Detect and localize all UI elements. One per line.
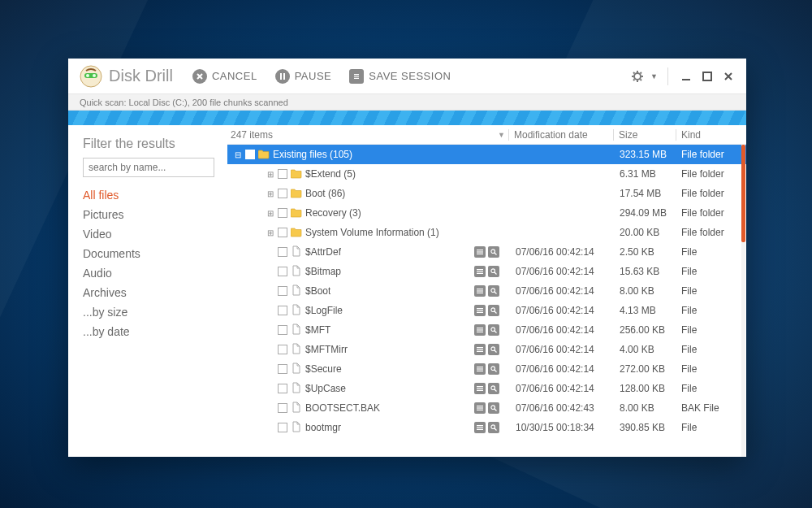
row-mod: 07/06/16 00:42:14 <box>511 305 615 316</box>
row-details-button[interactable] <box>474 266 486 277</box>
row-checkbox[interactable] <box>278 423 287 432</box>
row-checkbox[interactable] <box>245 150 255 159</box>
row-name: $UpCase <box>305 383 346 394</box>
scrollbar-thumb[interactable] <box>741 145 745 242</box>
row-mod: 07/06/16 00:42:14 <box>511 285 615 297</box>
table-row[interactable]: BOOTSECT.BAK07/06/16 00:42:438.00 KBBAK … <box>227 398 746 418</box>
minimize-button[interactable] <box>676 67 696 86</box>
table-row[interactable]: $MFTMirr07/06/16 00:42:144.00 KBFile <box>227 340 746 359</box>
row-checkbox[interactable] <box>278 286 287 296</box>
collapse-icon[interactable]: ⊟ <box>234 150 242 159</box>
row-details-button[interactable] <box>474 344 486 355</box>
table-row[interactable]: $AttrDef07/06/16 00:42:142.50 KBFile <box>227 242 746 262</box>
row-details-button[interactable] <box>474 383 486 394</box>
scrollbar[interactable] <box>741 145 745 457</box>
svg-rect-19 <box>703 72 711 80</box>
column-mod-header[interactable]: Modification date <box>509 129 613 141</box>
cancel-button[interactable]: CANCEL <box>192 69 257 84</box>
sidebar-item-video[interactable]: Video <box>83 224 214 244</box>
row-preview-button[interactable] <box>488 266 499 277</box>
row-checkbox[interactable] <box>278 267 287 276</box>
row-preview-button[interactable] <box>488 285 499 297</box>
settings-button[interactable] <box>631 69 646 84</box>
row-preview-button[interactable] <box>488 246 499 258</box>
row-preview-button[interactable] <box>488 402 499 414</box>
table-row[interactable]: ⊞Boot (86)17.54 MBFile folder <box>227 184 746 203</box>
row-checkbox[interactable] <box>278 169 287 179</box>
row-preview-button[interactable] <box>488 422 499 433</box>
table-row[interactable]: $MFT07/06/16 00:42:14256.00 KBFile <box>227 320 746 340</box>
sidebar-item-archives[interactable]: Archives <box>83 283 214 302</box>
row-name: Boot (86) <box>305 188 345 199</box>
save-session-label: SAVE SESSION <box>369 70 451 82</box>
row-name: $AttrDef <box>305 246 341 258</box>
table-row[interactable]: $LogFile07/06/16 00:42:144.13 MBFile <box>227 301 746 320</box>
expand-icon[interactable]: ⊞ <box>266 209 274 218</box>
column-size-header[interactable]: Size <box>614 129 676 141</box>
row-checkbox[interactable] <box>278 189 287 198</box>
table-row[interactable]: ⊞$Extend (5)6.31 MBFile folder <box>227 164 746 184</box>
search-input[interactable] <box>83 158 214 177</box>
row-checkbox[interactable] <box>278 403 287 413</box>
column-kind-header[interactable]: Kind <box>676 129 741 141</box>
expand-icon[interactable]: ⊞ <box>266 189 274 198</box>
row-kind: File <box>676 246 741 258</box>
table-row[interactable]: $Boot07/06/16 00:42:148.00 KBFile <box>227 281 746 301</box>
close-button[interactable] <box>719 67 738 86</box>
row-preview-button[interactable] <box>488 344 499 355</box>
row-details-button[interactable] <box>474 422 486 433</box>
row-preview-button[interactable] <box>488 324 499 336</box>
row-checkbox[interactable] <box>278 345 287 354</box>
svg-rect-4 <box>280 73 282 80</box>
row-checkbox[interactable] <box>278 208 287 218</box>
table-row[interactable]: $Bitmap07/06/16 00:42:1415.63 KBFile <box>227 262 746 281</box>
row-checkbox[interactable] <box>278 228 287 237</box>
sidebar-item-all-files[interactable]: All files <box>83 185 214 205</box>
row-details-button[interactable] <box>474 363 486 375</box>
pause-label: PAUSE <box>295 70 332 82</box>
row-checkbox[interactable] <box>278 364 287 374</box>
status-bar: Quick scan: Local Disc (C:), 200 file ch… <box>68 94 746 111</box>
table-row[interactable]: ⊟Existing files (105)323.15 MBFile folde… <box>227 145 746 164</box>
row-preview-button[interactable] <box>488 383 499 394</box>
expand-icon[interactable]: ⊞ <box>266 228 274 237</box>
expander-placeholder <box>266 287 274 296</box>
row-preview-button[interactable] <box>488 363 499 375</box>
file-icon <box>291 265 302 279</box>
row-checkbox[interactable] <box>278 247 287 257</box>
svg-point-43 <box>491 328 495 332</box>
sidebar-item-pictures[interactable]: Pictures <box>83 205 214 224</box>
row-checkbox[interactable] <box>278 306 287 315</box>
expander-placeholder <box>266 345 274 354</box>
table-row[interactable]: ⊞Recovery (3)294.09 MBFile folder <box>227 203 746 223</box>
table-row[interactable]: $UpCase07/06/16 00:42:14128.00 KBFile <box>227 379 746 398</box>
table-row[interactable]: bootmgr10/30/15 00:18:34390.85 KBFile <box>227 418 746 437</box>
sidebar-item--by-size[interactable]: ...by size <box>83 302 214 322</box>
svg-point-48 <box>491 347 495 351</box>
row-details-button[interactable] <box>474 285 486 297</box>
maximize-button[interactable] <box>698 67 717 86</box>
row-kind: File folder <box>676 188 741 199</box>
table-row[interactable]: $Secure07/06/16 00:42:14272.00 KBFile <box>227 359 746 379</box>
row-details-button[interactable] <box>474 402 486 414</box>
sidebar-item-documents[interactable]: Documents <box>83 244 214 263</box>
svg-rect-20 <box>477 250 483 250</box>
pause-button[interactable]: PAUSE <box>275 69 332 84</box>
save-session-button[interactable]: SAVE SESSION <box>349 69 451 84</box>
sidebar-item--by-date[interactable]: ...by date <box>83 322 214 341</box>
row-preview-button[interactable] <box>488 305 499 316</box>
settings-dropdown-icon[interactable]: ▼ <box>650 72 658 80</box>
sidebar-item-audio[interactable]: Audio <box>83 263 214 283</box>
row-details-button[interactable] <box>474 246 486 258</box>
column-name-header[interactable]: 247 items <box>231 129 273 141</box>
row-checkbox[interactable] <box>278 384 287 393</box>
expand-icon[interactable]: ⊞ <box>266 170 274 179</box>
sort-indicator-icon[interactable]: ▼ <box>498 131 508 139</box>
file-icon <box>291 323 302 337</box>
row-mod: 07/06/16 00:42:43 <box>511 402 615 414</box>
row-checkbox[interactable] <box>278 325 287 335</box>
row-details-button[interactable] <box>474 324 486 336</box>
row-mod: 07/06/16 00:42:14 <box>511 363 615 375</box>
row-details-button[interactable] <box>474 305 486 316</box>
table-row[interactable]: ⊞System Volume Information (1)20.00 KBFi… <box>227 223 746 242</box>
